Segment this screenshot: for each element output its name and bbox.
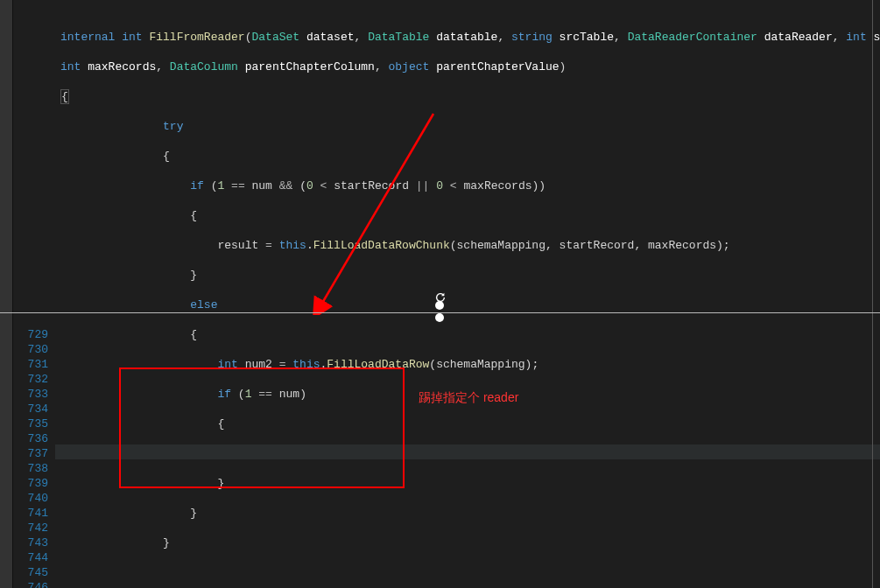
code-line[interactable]: } xyxy=(60,268,880,283)
brace-open: { xyxy=(60,89,69,104)
line-number: 745 xyxy=(28,566,48,579)
brace-open: { xyxy=(190,328,197,341)
vertical-scrollbar-track[interactable] xyxy=(872,0,873,588)
splitter-handle-dot[interactable] xyxy=(435,313,444,322)
brace-open: { xyxy=(190,209,197,222)
line-number: 741 xyxy=(28,507,48,520)
code-line[interactable]: int num2 = this.FillLoadDataRow(schemaMa… xyxy=(60,357,880,372)
refresh-icon[interactable] xyxy=(434,291,447,304)
line-number: 739 xyxy=(28,477,48,490)
brace-open: { xyxy=(163,150,170,163)
keyword-int: int xyxy=(122,31,142,44)
line-number: 734 xyxy=(28,402,48,416)
code-line[interactable]: { xyxy=(60,327,880,342)
line-number: 733 xyxy=(28,388,48,401)
line-number: 736 xyxy=(28,432,48,445)
code-line[interactable]: if (1 == num && (0 < startRecord || 0 < … xyxy=(60,178,880,193)
line-number: 731 xyxy=(28,358,48,371)
line-number: 737 xyxy=(28,447,48,460)
code-line[interactable]: } xyxy=(60,506,880,521)
keyword-try: try xyxy=(163,120,183,133)
line-number: 743 xyxy=(28,536,48,550)
keyword-internal: internal xyxy=(60,31,115,44)
brace-close: } xyxy=(190,269,197,282)
line-number: 740 xyxy=(28,492,48,505)
code-line[interactable] xyxy=(60,565,880,580)
line-number-gutter: . . . . . . . . . . . . . . . . . . . . … xyxy=(13,0,55,588)
brace-open: { xyxy=(217,417,224,430)
line-number: 746 xyxy=(28,581,48,588)
keyword-else: else xyxy=(190,298,217,312)
annotation-text: 踢掉指定个 reader xyxy=(419,390,518,406)
line-number: 730 xyxy=(28,343,48,356)
line-number: 732 xyxy=(28,373,48,386)
method-name: FillFromReader xyxy=(149,31,244,44)
breakpoint-gutter[interactable] xyxy=(0,0,13,588)
brace-close: } xyxy=(190,507,197,520)
brace-close: } xyxy=(163,536,170,550)
line-number: 744 xyxy=(28,551,48,564)
brace-close: } xyxy=(217,477,224,490)
code-line[interactable]: { xyxy=(60,416,880,431)
code-line[interactable]: } xyxy=(60,536,880,550)
code-area[interactable]: internal int FillFromReader(DataSet data… xyxy=(55,0,880,588)
code-line[interactable]: } xyxy=(60,476,880,491)
code-line[interactable]: int maxRecords, DataColumn parentChapter… xyxy=(60,60,880,74)
code-line[interactable]: { xyxy=(60,208,880,223)
code-line[interactable]: result = this.FillLoadDataRowChunk(schem… xyxy=(60,238,880,253)
code-line[interactable]: internal int FillFromReader(DataSet data… xyxy=(60,30,880,45)
line-number: 735 xyxy=(28,417,48,430)
line-number: 738 xyxy=(28,462,48,475)
code-line[interactable]: try xyxy=(60,119,880,134)
code-line[interactable]: { xyxy=(60,149,880,164)
line-number: 742 xyxy=(28,522,48,535)
code-line[interactable]: else xyxy=(60,298,880,312)
line-number: 729 xyxy=(28,328,48,341)
split-divider[interactable] xyxy=(0,312,880,313)
code-line[interactable]: { xyxy=(60,89,880,104)
